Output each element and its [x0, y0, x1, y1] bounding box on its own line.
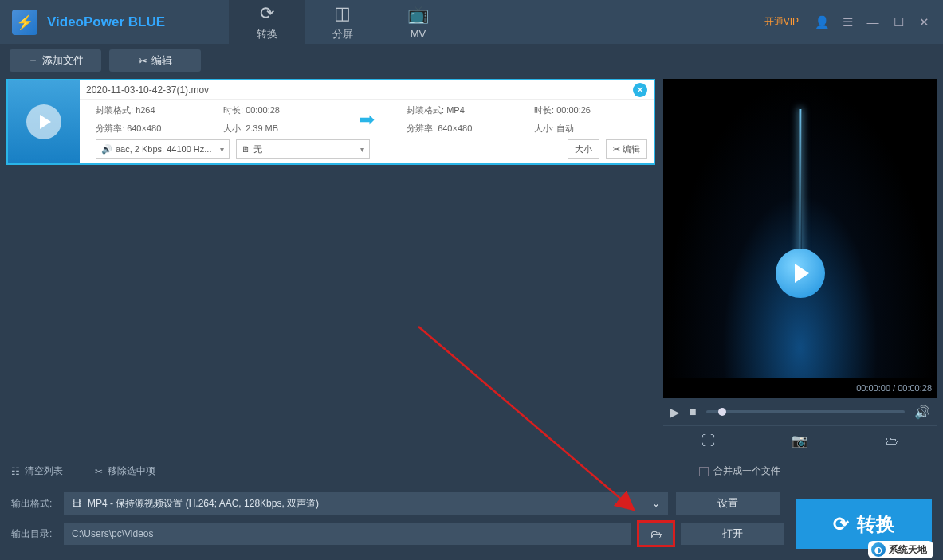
folder-icon[interactable]: 🗁 [885, 433, 898, 449]
file-card-body: 2020-11-03-10-42-37(1).mov ✕ 封装格式: h264 … [80, 80, 654, 163]
vip-link[interactable]: 开通VIP [764, 15, 799, 29]
dst-size: 自动 [556, 123, 574, 133]
src-size: 2.39 MB [246, 123, 278, 133]
file-card-footer: 🔊 aac, 2 Kbps, 44100 Hz... ▾ 🗎 无 ▾ 大小 ✂ … [80, 139, 654, 163]
remove-file-button[interactable]: ✕ [633, 83, 647, 97]
dst-format: MP4 [446, 105, 465, 115]
subtitle-icon: 🗎 [242, 144, 250, 154]
browse-folder-button[interactable]: 🗁 [639, 523, 673, 545]
add-file-label: 添加文件 [42, 53, 84, 68]
add-file-button[interactable]: ＋ 添加文件 [10, 49, 101, 72]
time-text: 00:00:00 / 00:00:28 [856, 383, 932, 393]
refresh-icon: ⟳ [833, 513, 849, 535]
audio-track-select[interactable]: 🔊 aac, 2 Kbps, 44100 Hz... ▾ [96, 139, 230, 159]
file-name: 2020-11-03-10-42-37(1).mov [86, 84, 633, 96]
settings-button[interactable]: 设置 [676, 492, 780, 515]
plus-icon: ＋ [28, 53, 38, 68]
merge-label: 合并成一个文件 [713, 464, 780, 478]
dst-dur: 00:00:26 [556, 105, 591, 115]
chevron-down-icon: ▾ [360, 145, 364, 154]
edit-label: 编辑 [151, 53, 172, 68]
minimize-button[interactable]: — [866, 15, 880, 29]
subtitle-select-value: 无 [253, 143, 262, 155]
size-button[interactable]: 大小 [568, 139, 599, 159]
preview-play-icon [776, 249, 825, 298]
conversion-arrow: ➡ [327, 108, 407, 131]
preview-pane: 00:00:00 / 00:00:28 ▶ ■ 🔊 ⛶ 📷 🗁 [660, 77, 943, 456]
refresh-icon: ⟳ [260, 3, 274, 24]
src-info-col2: 时长: 00:00:28 大小: 2.39 MB [223, 104, 327, 135]
tab-mv[interactable]: 📺 MV [380, 0, 456, 44]
src-size-label: 大小: [223, 123, 243, 133]
time-display: 00:00:00 / 00:00:28 [663, 378, 937, 398]
toolbar: ＋ 添加文件 ✂ 编辑 [0, 44, 943, 77]
tv-icon: 📺 [407, 4, 429, 25]
seek-bar[interactable] [706, 410, 905, 413]
tab-split[interactable]: ◫ 分屏 [305, 0, 380, 44]
edit-button[interactable]: ✂ 编辑 [109, 49, 201, 72]
speaker-icon: 🔊 [101, 144, 112, 155]
content-area: 2020-11-03-10-42-37(1).mov ✕ 封装格式: h264 … [0, 77, 943, 456]
checkbox-icon[interactable] [699, 467, 709, 476]
player-controls: ▶ ■ 🔊 [663, 398, 937, 425]
globe-icon: ◐ [871, 542, 886, 557]
scissors-icon: ✂ [139, 55, 147, 67]
crop-icon[interactable]: ⛶ [701, 433, 715, 449]
video-preview[interactable] [663, 79, 937, 378]
src-format-label: 封装格式: [96, 105, 133, 115]
src-res: 640×480 [127, 123, 161, 133]
arrow-right-icon: ➡ [359, 108, 375, 131]
clear-list-button[interactable]: ☷ 清空列表 [11, 464, 63, 478]
file-info: 封装格式: h264 分辨率: 640×480 时长: 00:00:28 大小:… [80, 100, 654, 139]
user-icon[interactable]: 👤 [815, 15, 829, 29]
window-controls: 开通VIP 👤 ☰ — ☐ ✕ [764, 15, 943, 29]
tab-mv-label: MV [411, 28, 426, 40]
remove-selected-label: 移除选中项 [108, 464, 155, 478]
watermark-text: 系统天地 [889, 543, 927, 557]
chevron-down-icon: ⌄ [652, 498, 660, 509]
clear-list-label: 清空列表 [25, 464, 63, 478]
output-format-label: 输出格式: [11, 497, 56, 511]
output-format-value: MP4 - 保持源视频设置 (H.264; AAC, 128Kbps, 双声道) [88, 497, 319, 511]
src-format: h264 [136, 105, 155, 115]
file-thumbnail[interactable] [8, 80, 80, 163]
close-button[interactable]: ✕ [917, 15, 931, 29]
list-actions-bar: ☷ 清空列表 ✂ 移除选中项 合并成一个文件 [0, 456, 943, 486]
snapshot-icon[interactable]: 📷 [792, 433, 808, 449]
app-logo-icon: ⚡ [12, 10, 37, 35]
remove-icon: ✂ [95, 466, 103, 477]
title-bar: ⚡ VideoPower BLUE ⟳ 转换 ◫ 分屏 📺 MV 开通VIP 👤… [0, 0, 943, 44]
file-card-header: 2020-11-03-10-42-37(1).mov ✕ [80, 80, 654, 100]
tab-convert[interactable]: ⟳ 转换 [229, 0, 305, 44]
open-button[interactable]: 打开 [681, 523, 784, 545]
file-card[interactable]: 2020-11-03-10-42-37(1).mov ✕ 封装格式: h264 … [6, 79, 655, 165]
file-list-pane: 2020-11-03-10-42-37(1).mov ✕ 封装格式: h264 … [0, 77, 660, 456]
src-res-label: 分辨率: [96, 123, 124, 133]
dst-res: 640×480 [438, 123, 472, 133]
main-tabs: ⟳ 转换 ◫ 分屏 📺 MV [229, 0, 456, 44]
chevron-down-icon: ▾ [220, 145, 224, 154]
folder-open-icon: 🗁 [650, 527, 662, 541]
play-overlay-icon [26, 104, 61, 139]
file-edit-button[interactable]: ✂ 编辑 [606, 139, 647, 159]
stop-button[interactable]: ■ [689, 405, 697, 419]
menu-icon[interactable]: ☰ [840, 15, 855, 29]
remove-selected-button[interactable]: ✂ 移除选中项 [95, 464, 155, 478]
dst-format-label: 封装格式: [407, 105, 444, 115]
volume-icon[interactable]: 🔊 [914, 405, 930, 420]
convert-label: 转换 [857, 511, 895, 537]
subtitle-select[interactable]: 🗎 无 ▾ [236, 139, 370, 159]
merge-toggle[interactable]: 合并成一个文件 [699, 464, 780, 478]
output-format-select[interactable]: 🎞 MP4 - 保持源视频设置 (H.264; AAC, 128Kbps, 双声… [64, 492, 668, 515]
output-dir-input[interactable]: C:\Users\pc\Videos [64, 523, 631, 545]
seek-handle[interactable] [718, 408, 726, 416]
maximize-button[interactable]: ☐ [891, 15, 906, 29]
play-button[interactable]: ▶ [670, 405, 679, 420]
settings-label: 设置 [717, 496, 738, 511]
size-btn-label: 大小 [575, 143, 592, 155]
split-icon: ◫ [334, 3, 351, 24]
tab-split-label: 分屏 [332, 27, 353, 41]
app-title: VideoPower BLUE [47, 14, 165, 30]
tab-convert-label: 转换 [257, 27, 277, 41]
preview-tools: ⛶ 📷 🗁 [663, 425, 937, 456]
